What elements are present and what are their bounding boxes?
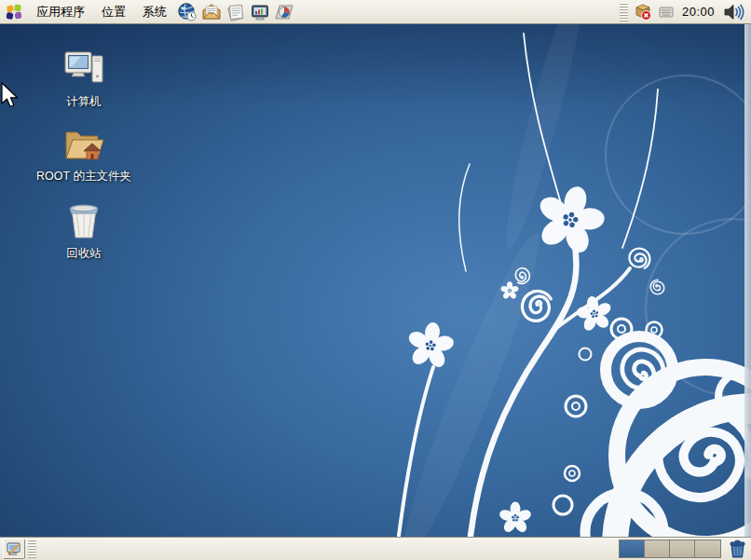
launcher-email-client[interactable] xyxy=(199,1,224,23)
word-processor-icon xyxy=(225,2,246,22)
menu-places-label: 位置 xyxy=(102,4,126,20)
desktop-icon-home-folder-label: ROOT 的主文件夹 xyxy=(36,169,131,184)
trash-applet[interactable] xyxy=(726,538,748,560)
top-panel: 应用程序 位置 系统 xyxy=(0,0,751,24)
desktop-icon-computer[interactable]: 计算机 xyxy=(27,48,141,110)
workspace-1[interactable] xyxy=(620,540,645,557)
update-notifier[interactable] xyxy=(631,1,656,23)
spreadsheet-icon xyxy=(274,2,294,22)
trash-icon xyxy=(62,200,105,243)
clock-applet[interactable]: 20:00 xyxy=(676,1,720,23)
menu-system-label: 系统 xyxy=(143,4,167,20)
bottom-panel xyxy=(0,537,751,560)
centos-logo-icon xyxy=(5,3,23,21)
keyboard-tray-icon xyxy=(659,6,674,19)
main-menu-button[interactable] xyxy=(0,1,28,23)
desktop-icon-trash[interactable]: 回收站 xyxy=(27,200,141,262)
volume-applet[interactable] xyxy=(720,1,751,23)
show-desktop-button[interactable] xyxy=(3,539,25,559)
workspace-switcher xyxy=(619,540,721,558)
menu-applications-label: 应用程序 xyxy=(36,4,85,20)
workspace-4[interactable] xyxy=(695,540,720,557)
desktop-icon-trash-label: 回收站 xyxy=(66,246,102,262)
menu-applications[interactable]: 应用程序 xyxy=(28,1,93,23)
workspace-2[interactable] xyxy=(645,540,670,557)
computer-icon xyxy=(61,48,106,91)
presentation-icon xyxy=(250,2,270,22)
package-update-alert-icon xyxy=(634,2,653,21)
notification-area-drag-handle[interactable] xyxy=(620,3,628,21)
email-client-icon xyxy=(201,2,222,22)
launcher-spreadsheet[interactable] xyxy=(272,1,296,23)
menu-places[interactable]: 位置 xyxy=(93,1,134,23)
home-folder-icon xyxy=(61,123,107,166)
show-desktop-icon xyxy=(6,540,22,557)
window-list-drag-handle[interactable] xyxy=(28,540,36,558)
launcher-web-browser[interactable] xyxy=(175,1,199,23)
input-method-indicator[interactable] xyxy=(656,1,676,23)
launcher-word-processor[interactable] xyxy=(224,1,248,23)
desktop-area[interactable]: 计算机 ROOT 的主文件夹 回收站 xyxy=(0,24,751,537)
menu-system[interactable]: 系统 xyxy=(134,1,175,23)
launcher-presentation[interactable] xyxy=(248,1,272,23)
web-browser-icon xyxy=(177,2,198,22)
workspace-3[interactable] xyxy=(670,540,695,557)
desktop-icon-computer-label: 计算机 xyxy=(66,94,102,110)
desktop-icon-home-folder[interactable]: ROOT 的主文件夹 xyxy=(27,123,141,184)
trash-applet-icon xyxy=(728,539,747,559)
right-scrollbar-strip[interactable] xyxy=(744,24,751,537)
desktop-screen: 应用程序 位置 系统 xyxy=(0,0,751,560)
speaker-volume-icon xyxy=(723,3,745,21)
